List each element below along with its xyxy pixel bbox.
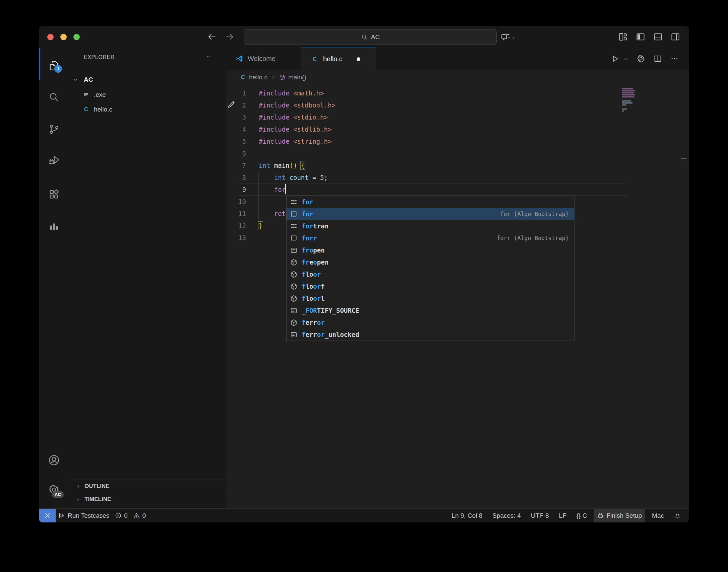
gear-button[interactable] [636,54,646,63]
status-item-utf-8[interactable]: UTF-8 [528,509,552,522]
tab-welcome[interactable]: Welcome [226,48,301,70]
activity-item-source-control[interactable] [39,121,69,138]
line-number: 13 [226,232,246,244]
section-timeline[interactable]: TIMELINE [69,493,226,506]
code-line-7: int main() { [259,159,336,171]
status-bar: Run Testcases00 Ln 9, Col 8Spaces: 4UTF-… [39,508,689,522]
activity-item-search[interactable] [39,88,69,106]
remote-indicator[interactable] [39,509,56,522]
snippet-icon [290,210,298,218]
suggestion-floorl[interactable]: floorl [287,292,574,304]
panel-left-icon [635,32,646,42]
explorer-more-actions-button[interactable] [204,53,213,61]
suggestion-for[interactable]: for [287,196,574,208]
symbol-method-icon [290,271,298,278]
minimize-window-button[interactable] [60,34,67,40]
section-outline[interactable]: OUTLINE [69,480,226,493]
line-number: 12 [226,220,246,232]
file-row-.exe[interactable]: .exe [69,87,226,102]
file-row-hello.c[interactable]: Chello.c [69,102,226,117]
panel-left-toggle-button[interactable] [635,32,646,42]
panel-right-toggle-button[interactable] [670,32,680,42]
status-item-run-testcases[interactable]: Run Testcases [56,509,112,522]
status-item-ln-9-col-8[interactable]: Ln 9, Col 8 [448,509,486,522]
suggestion-label: fropen [302,244,325,256]
split-editor-button[interactable] [653,54,662,63]
layout-controls [618,32,680,42]
code-line-3: #include <stdio.h> [259,111,336,123]
explorer-sidebar: EXPLORER AC .exeChello.c OUTLINETIMELINE [69,48,226,508]
status-item-0[interactable]: 0 [112,509,130,522]
status-item-bell[interactable] [671,509,684,522]
suggestion-ferror_unlocked[interactable]: ferror_unlocked [287,329,574,341]
suggestion-floor[interactable]: floor [287,268,574,280]
activity-item-extensions[interactable] [39,186,69,203]
suggestion-label: ferror [302,316,325,329]
status-item-mac[interactable]: Mac [649,509,667,522]
suggestion-forr[interactable]: forrforr (Algo Bootstrap) [287,232,574,244]
activity-item-settings[interactable]: AC [39,481,69,498]
suggestion-label: floor [302,268,321,280]
suggestion-label: fortran [302,220,328,232]
suggestion-ferror[interactable]: ferror [287,316,574,329]
line-number: 6 [226,147,246,159]
extensions-icon [48,188,60,200]
command-center-search[interactable]: AC [244,29,497,45]
warning-icon [133,512,140,519]
status-item-lf[interactable]: LF [556,509,570,522]
text-sym-icon [290,246,298,254]
snippet-icon [290,234,298,242]
status-item-finish-setup[interactable]: Finish Setup [594,509,645,522]
symbol-method-icon [290,295,298,302]
line-number: 7 [226,159,246,171]
more-icon [206,54,211,59]
breadcrumb-item[interactable]: hello.c [249,74,267,81]
activity-item-stats[interactable] [39,217,69,234]
breadcrumb[interactable]: Chello.cmain() [240,70,306,85]
suggestion-fortran[interactable]: fortran [287,220,574,232]
keyword-icon [290,198,298,206]
minimap[interactable] [622,88,640,115]
go-back-button[interactable] [207,32,217,42]
split-editor-icon [653,54,662,63]
suggestion-floorf[interactable]: floorf [287,280,574,292]
error-icon [115,512,122,519]
line-number: 2 [226,99,246,111]
symbol-method-icon [279,74,286,81]
zoom-window-button[interactable] [73,34,80,40]
more-button[interactable] [670,54,679,63]
c-file-icon: C [311,55,319,63]
status-item-spaces-4[interactable]: Spaces: 4 [489,509,524,522]
tab-hello-c[interactable]: Chello.c [301,48,376,70]
status-item--c[interactable]: {} C [573,509,591,522]
intellisense-suggest-widget: forforfor (Algo Bootstrap)fortranforrfor… [286,196,574,341]
activity-item-accounts[interactable] [39,451,69,469]
activity-item-run-and-debug[interactable] [39,151,69,169]
unsaved-changes-dot[interactable] [357,57,360,61]
suggestion-label: ferror_unlocked [302,329,359,341]
suggestion-fropen[interactable]: fropen [287,244,574,256]
chevron-down-button[interactable] [623,56,629,62]
suggestion-freopen[interactable]: freopen [287,256,574,268]
line-number: 3 [226,111,246,123]
symbol-method-icon [290,319,298,327]
line-number: 1 [226,87,246,99]
status-item-0[interactable]: 0 [130,509,149,522]
chevron-right-icon [270,74,277,81]
scrollbar-handle[interactable] [681,158,686,159]
vscode-window: AC 1AC EXPLORER AC .exeChello.c OUTLINET… [39,26,689,522]
run-button[interactable] [610,54,619,63]
suggestion-_FORTIFY_SOURCE[interactable]: _FORTIFY_SOURCE [287,304,574,316]
tree-root-folder[interactable]: AC [69,72,226,87]
activity-badge: AC [52,491,64,498]
customize-layout-toggle-button[interactable] [618,32,628,42]
breadcrumb-item[interactable]: main() [288,74,306,81]
copilot-chat-button[interactable] [501,32,516,42]
suggestion-for[interactable]: forfor (Algo Bootstrap) [287,208,574,220]
close-window-button[interactable] [47,34,54,40]
panel-bottom-toggle-button[interactable] [653,32,663,42]
go-forward-button[interactable] [225,32,235,42]
activity-item-explorer[interactable]: 1 [39,57,69,74]
code-line-2: #include <stdbool.h> [259,99,336,111]
title-bar: AC [39,26,689,48]
